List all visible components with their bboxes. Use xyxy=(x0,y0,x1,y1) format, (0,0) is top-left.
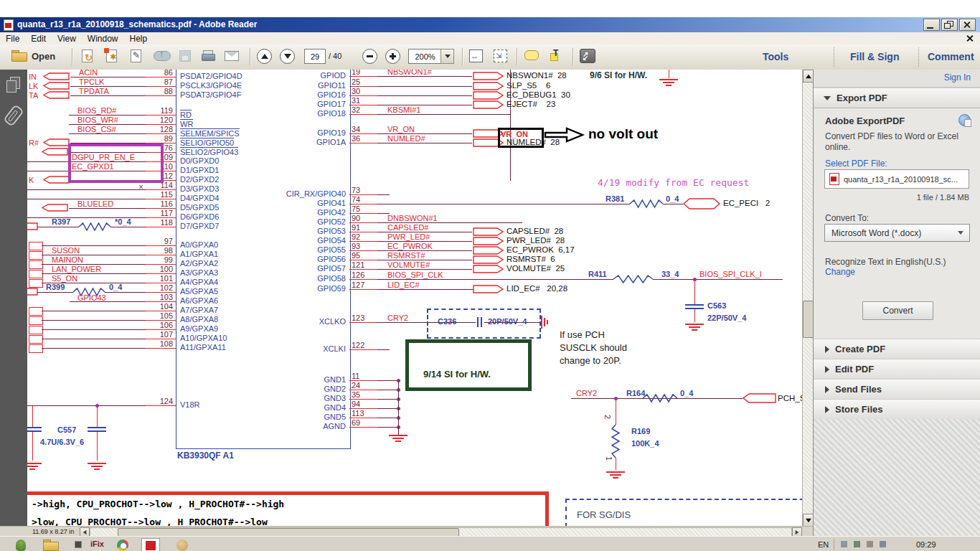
fill-sign-button[interactable]: Fill & Sign xyxy=(850,51,899,62)
connector-stub xyxy=(29,307,43,316)
pin-number: 73 xyxy=(352,186,360,194)
net-label: LAN_POWER xyxy=(52,265,101,273)
pin-name: GPIO17 xyxy=(202,100,346,108)
wire xyxy=(377,349,390,350)
vertical-scrollbar[interactable] xyxy=(802,70,814,526)
net-ref: EC_PECI 2 xyxy=(723,199,770,207)
selected-file-box[interactable]: quanta_r13_r1a_20100918_sc... xyxy=(824,169,969,189)
net-label: LID_EC# xyxy=(387,281,420,289)
taskbar-icon-ifix[interactable]: iFix xyxy=(90,540,104,548)
tray-icon-2[interactable] xyxy=(854,541,860,547)
language-indicator[interactable]: EN xyxy=(818,540,829,549)
pin-number: 91 xyxy=(352,223,360,232)
pin-number: 35 xyxy=(352,390,360,399)
menu-view[interactable]: View xyxy=(52,33,82,44)
close-button[interactable] xyxy=(959,19,976,31)
pin-number: 34 xyxy=(352,125,360,133)
connector-stub xyxy=(29,344,43,353)
taskbar-icon-chrome[interactable] xyxy=(117,540,128,551)
zoom-level-input[interactable]: 200% xyxy=(408,49,442,64)
create-pdf-section[interactable]: Create PDF xyxy=(814,339,980,359)
fit-width-icon[interactable]: ↔ xyxy=(469,50,483,62)
connector-stub xyxy=(29,260,43,269)
email-icon[interactable] xyxy=(225,51,239,61)
pin-number: 11 xyxy=(352,372,359,380)
cloud-upload-icon[interactable]: ↑ xyxy=(154,51,171,61)
menu-help[interactable]: Help xyxy=(124,33,154,44)
toolbar-separator xyxy=(72,48,72,65)
capacitor-ref: C557 xyxy=(57,425,76,434)
pin-name: WR xyxy=(180,119,193,128)
export-pdf-header[interactable]: Export PDF xyxy=(814,88,980,108)
close-document-button[interactable] xyxy=(966,34,974,42)
open-button[interactable]: Open xyxy=(32,51,55,62)
net-ref: SLP_S5 6 xyxy=(507,81,550,90)
globe-page xyxy=(964,119,971,127)
tray-icon-1[interactable] xyxy=(841,541,847,547)
comment-button[interactable]: Comment xyxy=(928,51,974,62)
convert-to-label: Convert To: xyxy=(825,213,869,223)
taskbar-icon-plant[interactable] xyxy=(16,540,26,551)
connector-arrow-icon xyxy=(43,138,69,147)
taskbar-icon-gadget[interactable] xyxy=(176,540,188,551)
recognize-text-label: Recognize Text in English(U.S.) xyxy=(825,257,946,267)
net-label: ACIN xyxy=(79,70,98,77)
wire xyxy=(349,349,377,350)
net-label: NUMLED# xyxy=(387,134,425,143)
wire xyxy=(349,427,377,428)
edit-pdf-section[interactable]: Edit PDF xyxy=(814,359,980,380)
save-icon[interactable] xyxy=(179,50,191,62)
tray-icon-3[interactable] xyxy=(867,541,873,547)
connector-hex-icon xyxy=(683,198,720,209)
wire xyxy=(377,194,390,195)
page-number-input[interactable]: 29 xyxy=(304,49,326,64)
next-page-button[interactable] xyxy=(280,49,295,64)
taskbar-icon-folder[interactable] xyxy=(43,540,59,550)
convert-button[interactable]: Convert xyxy=(862,301,933,320)
send-files-section[interactable]: Send Files xyxy=(814,379,980,400)
restore-button[interactable] xyxy=(941,19,958,31)
zoom-dropdown-button[interactable] xyxy=(440,49,454,64)
taskbar-icon-grid[interactable] xyxy=(75,541,82,548)
change-link[interactable]: Change xyxy=(825,267,855,277)
minimize-button[interactable] xyxy=(923,19,940,31)
wire xyxy=(377,86,472,87)
no-connect-mark: × xyxy=(138,182,143,192)
pin-name: V18R xyxy=(180,400,200,409)
zoom-in-button[interactable] xyxy=(385,49,400,64)
menu-window[interactable]: Window xyxy=(82,33,124,44)
pin-name: GPIO57 xyxy=(202,264,346,273)
attachments-paperclip-icon[interactable] xyxy=(3,104,24,127)
open-folder-icon[interactable] xyxy=(11,50,27,61)
convert-to-dropdown[interactable]: Microsoft Word (*.docx) xyxy=(824,224,970,242)
pin-name: GPIO58 xyxy=(202,274,346,283)
highlight-text-icon[interactable]: T xyxy=(549,50,562,61)
title-bar[interactable]: quanta_r13_r1a_20100918_schematics.pdf -… xyxy=(0,17,980,32)
net-ref: RSMRST# 6 xyxy=(507,255,555,263)
fullscreen-icon[interactable]: ↗↙ xyxy=(580,49,595,63)
sign-in-link[interactable]: Sign In xyxy=(944,72,971,83)
fit-page-icon[interactable]: ⇲ xyxy=(494,50,507,62)
document-canvas[interactable]: IN86ACINPSDAT2/GPIO4DLK87TPCLKPSCLK3/GPI… xyxy=(27,70,802,526)
pin-number: 101 xyxy=(146,274,173,283)
taskbar-icon-adobe[interactable] xyxy=(141,538,160,551)
ground-icon xyxy=(389,435,407,436)
page-thumbnails-icon[interactable] xyxy=(6,77,21,93)
pin-number: 90 xyxy=(352,214,360,222)
chrome-center xyxy=(120,542,127,550)
sticky-note-icon[interactable] xyxy=(524,50,539,60)
net-label: BIOS_RD# xyxy=(77,106,116,115)
pin-name: GPIO54 xyxy=(202,236,346,245)
menu-edit[interactable]: Edit xyxy=(25,33,52,44)
wire xyxy=(32,406,33,427)
capacitor-value: 22P/50V_4 xyxy=(707,314,746,322)
tray-icon-4[interactable] xyxy=(880,541,886,547)
chevron-down-icon xyxy=(445,55,451,58)
tools-button[interactable]: Tools xyxy=(763,51,788,62)
menu-file[interactable]: File xyxy=(0,33,25,44)
previous-page-button[interactable] xyxy=(257,49,272,64)
net-label: RSMRST# xyxy=(387,251,425,260)
zoom-out-button[interactable] xyxy=(362,49,377,64)
store-files-section[interactable]: Store Files xyxy=(814,399,980,420)
net-label: PWR_LED# xyxy=(387,232,430,241)
